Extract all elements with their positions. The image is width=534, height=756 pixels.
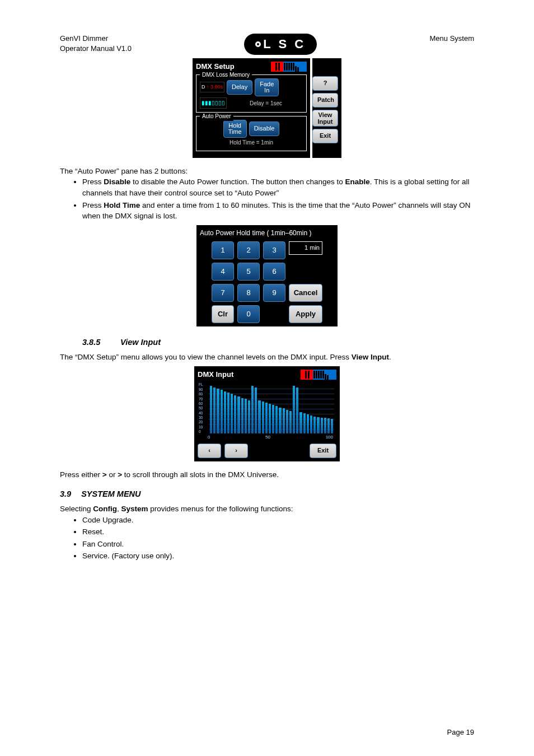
help-button[interactable]: ? — [312, 76, 338, 91]
chart-bar — [245, 399, 247, 433]
keypad-title: Auto Power Hold time ( 1min–60min ) — [200, 228, 334, 238]
exit-button[interactable]: Exit — [310, 444, 336, 458]
chart-bar — [241, 398, 243, 434]
list-item: Press Hold Time and enter a time from 1 … — [82, 200, 474, 222]
list-item: Service. (Factory use only). — [82, 550, 474, 562]
header-right: Menu System — [430, 34, 474, 44]
chart-bar — [210, 386, 212, 433]
auto-power-intro: The “Auto Power” pane has 2 buttons: — [60, 166, 474, 177]
loss-memory-legend: DMX Loss Memory — [200, 71, 252, 80]
chart-bar — [286, 410, 288, 434]
chart-bar — [299, 412, 302, 433]
dmx-level-chart: FL9080706050403020100 050100 — [198, 382, 336, 441]
key-0[interactable]: 0 — [237, 305, 260, 323]
bars-icon — [271, 62, 307, 72]
chart-bar — [321, 418, 323, 434]
dmx-setup-panel: DMX Setup DMX Loss Memory D ↑ 3.00s Dela… — [193, 58, 310, 158]
chart-bar — [255, 388, 257, 433]
dmx-input-panel: DMX Input FL9080706050403020100 050100 ‹… — [194, 366, 340, 462]
key-2[interactable]: 2 — [237, 241, 260, 259]
chart-bar — [296, 388, 298, 433]
system-menu-intro: Selecting Config, System provides menus … — [60, 503, 474, 515]
delay-status: Delay = 1sec — [229, 100, 303, 108]
fade-in-button[interactable]: Fade In — [255, 78, 279, 96]
chart-bar — [324, 418, 326, 433]
chart-bar — [234, 395, 236, 434]
key-9[interactable]: 9 — [263, 284, 285, 302]
hold-time-keypad: Auto Power Hold time ( 1min–60min ) 1 2 … — [196, 225, 338, 326]
system-menu-list: Code Upgrade.Reset.Fan Control.Service. … — [82, 515, 474, 562]
lsc-logo: L S C — [244, 34, 317, 55]
chart-bar — [269, 404, 271, 434]
chart-bar — [251, 386, 254, 433]
logo-dot-icon — [255, 41, 261, 47]
scroll-instruction: Press either > or > to scroll through al… — [60, 469, 474, 480]
auto-power-bullets: Press Disable to disable the Auto Power … — [82, 176, 474, 221]
cancel-button[interactable]: Cancel — [289, 284, 322, 302]
view-input-button[interactable]: View Input — [312, 110, 338, 127]
key-7[interactable]: 7 — [212, 284, 234, 302]
level-bars-icon: ▮▮▮▯▯▯▯ — [200, 97, 227, 109]
next-button[interactable]: › — [224, 444, 248, 458]
chart-bar — [231, 394, 233, 433]
x-axis-labels: 050100 — [208, 434, 333, 441]
key-3[interactable]: 3 — [263, 241, 285, 259]
list-item: Reset. — [82, 526, 474, 538]
hold-time-button[interactable]: Hold Time — [223, 120, 247, 138]
chart-bar — [303, 413, 306, 434]
chart-bar — [310, 416, 312, 433]
key-6[interactable]: 6 — [263, 263, 285, 281]
apply-button[interactable]: Apply — [289, 305, 322, 323]
chart-bar — [224, 391, 226, 434]
chart-bar — [213, 388, 216, 433]
chart-bar — [313, 417, 316, 434]
chart-bar — [275, 406, 278, 433]
chart-bar — [248, 400, 250, 434]
exit-button[interactable]: Exit — [312, 129, 338, 143]
manual-version: Operator Manual V1.0 — [60, 44, 132, 54]
keypad-value: 1 min — [289, 241, 322, 255]
side-buttons: ? Patch View Input Exit — [312, 58, 341, 158]
section-3-9-heading: 3.9SYSTEM MENU — [60, 488, 474, 500]
dmx-loss-memory-group: DMX Loss Memory D ↑ 3.00s Delay Fade In … — [196, 74, 307, 113]
chart-bar — [327, 418, 330, 433]
chart-bar — [331, 419, 333, 433]
delay-button[interactable]: Delay — [227, 80, 252, 95]
view-input-para: The “DMX Setup” menu allows you to view … — [60, 352, 474, 363]
list-item: Code Upgrade. — [82, 515, 474, 526]
chart-bar — [289, 411, 292, 434]
chart-bar — [262, 402, 264, 434]
hold-time-status: Hold Time = 1min — [200, 139, 303, 147]
product-name: GenVI Dimmer — [60, 34, 132, 44]
y-axis-labels: FL9080706050403020100 — [199, 383, 203, 433]
list-item: Press Disable to disable the Auto Power … — [82, 176, 474, 198]
chart-bar — [265, 403, 268, 433]
chart-bar — [272, 405, 274, 433]
disable-button[interactable]: Disable — [249, 122, 280, 136]
prev-button[interactable]: ‹ — [198, 444, 221, 458]
dmx-input-title: DMX Input — [198, 370, 233, 380]
key-clr[interactable]: Clr — [212, 305, 234, 323]
chart-bar — [217, 389, 219, 434]
key-1[interactable]: 1 — [212, 241, 234, 259]
auto-power-group: Auto Power Hold Time Disable Hold Time =… — [196, 116, 307, 151]
chart-bar — [283, 408, 285, 433]
chart-bar — [317, 417, 319, 434]
chart-bar — [279, 408, 281, 434]
key-8[interactable]: 8 — [237, 284, 260, 302]
section-3-8-5-heading: 3.8.5View Input — [82, 337, 474, 348]
chart-bar — [221, 390, 223, 433]
header-left: GenVI Dimmer Operator Manual V1.0 — [60, 34, 132, 53]
d-indicator: D ↑ 3.00s — [200, 82, 224, 92]
chart-bar — [307, 414, 309, 433]
key-4[interactable]: 4 — [212, 263, 234, 281]
key-5[interactable]: 5 — [237, 263, 260, 281]
chart-bar — [237, 396, 240, 433]
chart-bar — [227, 393, 229, 433]
logo-text: L S C — [263, 35, 306, 53]
chart-bar — [293, 386, 295, 433]
chart-bar — [258, 400, 260, 434]
auto-power-legend: Auto Power — [200, 113, 233, 121]
patch-button[interactable]: Patch — [312, 93, 338, 108]
bars-icon — [301, 370, 336, 380]
